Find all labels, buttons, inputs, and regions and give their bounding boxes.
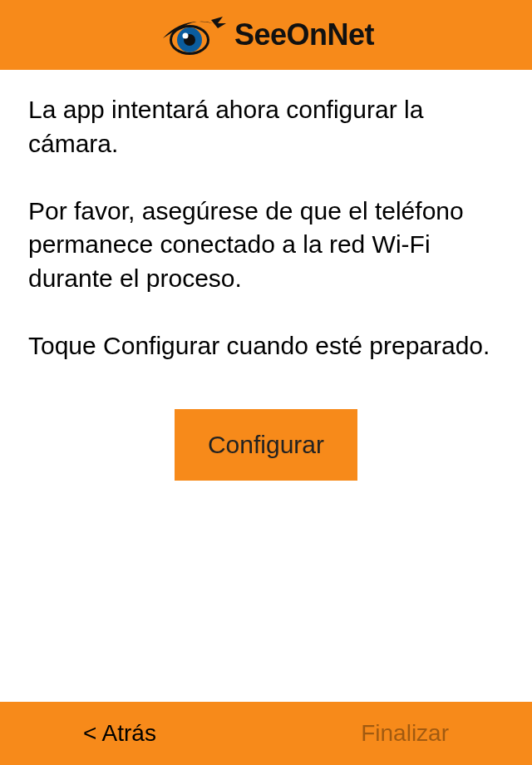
- configure-button[interactable]: Configurar: [175, 409, 357, 481]
- footer-bar: < Atrás Finalizar: [0, 702, 532, 765]
- brand-logo: SeeOnNet: [158, 12, 374, 58]
- app-header: SeeOnNet: [0, 0, 532, 70]
- back-button[interactable]: < Atrás: [83, 720, 156, 747]
- svg-point-4: [182, 33, 188, 39]
- eye-logo-icon: [158, 12, 228, 58]
- brand-name: SeeOnNet: [234, 17, 374, 52]
- finish-button: Finalizar: [361, 720, 449, 747]
- instruction-text: La app intentará ahora configurar la cám…: [28, 93, 504, 363]
- main-content: La app intentará ahora configurar la cám…: [0, 70, 532, 702]
